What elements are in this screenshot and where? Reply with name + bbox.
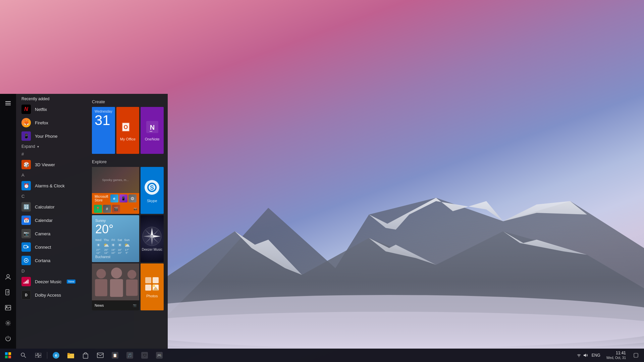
forecast-sun-low: 5° — [125, 251, 129, 254]
tile-onenote[interactable]: N OneNote — [141, 107, 164, 154]
tile-photos-label: Photos — [146, 294, 158, 298]
explore-row-2: Sunny 20° Wed ☀ 27° 12° — [92, 215, 164, 262]
svg-rect-75 — [634, 353, 638, 357]
sidebar-icon-user[interactable] — [1, 270, 15, 284]
news-bottom-bar: News 📷 — [92, 300, 139, 310]
app-list-panel: Recently added N Netflix 🦊 Firefox 📱 — [16, 94, 88, 349]
taskbar-unknown2[interactable]: 🎵 — [122, 349, 137, 362]
taskbar-task-view[interactable] — [31, 349, 46, 362]
store-film-icon: 🎬 — [112, 205, 120, 213]
create-tiles-row: Wednesday 31 O My Office — [92, 107, 164, 154]
store-icon-row: 📍 # 🎬 📷 — [92, 204, 139, 214]
svg-rect-66 — [38, 353, 41, 355]
forecast-sat: Sat ☀ 18° 10° — [117, 238, 122, 254]
sidebar-icon-documents[interactable] — [1, 286, 15, 299]
create-section: Create Wednesday 31 O — [92, 99, 164, 154]
app-item-dolby[interactable]: D Dolby Access — [16, 288, 88, 302]
calculator-icon: 🔢 — [21, 202, 31, 212]
svg-rect-62 — [8, 356, 11, 358]
alpha-c: C — [16, 192, 88, 200]
app-item-connect[interactable]: Connect — [16, 240, 88, 254]
alpha-a: A — [16, 171, 88, 179]
forecast-fri-high: 19° — [111, 248, 115, 251]
svg-rect-48 — [95, 279, 107, 296]
store-icon — [83, 352, 89, 359]
mail-icon — [97, 353, 104, 358]
expand-button[interactable]: Expand ▾ — [16, 143, 88, 150]
svg-rect-9 — [5, 101, 11, 102]
app-item-camera[interactable]: 📷 Camera — [16, 227, 88, 240]
app-item-calculator[interactable]: 🔢 Calculator — [16, 200, 88, 214]
store-edge-icon: e — [110, 194, 118, 202]
forecast-wed: Wed ☀ 27° 12° — [95, 238, 101, 254]
taskbar-unknown3[interactable]: 🛡 — [137, 349, 152, 362]
svg-rect-67 — [35, 356, 38, 358]
sidebar-icon-hamburger[interactable] — [1, 97, 15, 110]
taskbar-mail[interactable] — [93, 349, 108, 362]
store-banner-text: Spooky games, m... — [102, 178, 129, 182]
app-name-netflix: Netflix — [35, 107, 47, 112]
forecast-fri-day: Fri — [112, 238, 115, 242]
taskbar-unknown1[interactable]: 📋 — [108, 349, 122, 362]
deezer-badge: New — [67, 280, 75, 284]
tile-skype[interactable]: S Skype — [141, 167, 164, 214]
app-item-deezer[interactable]: Deezer Music New — [16, 275, 88, 288]
tray-volume-icon[interactable] — [583, 353, 588, 358]
svg-rect-54 — [153, 277, 159, 283]
forecast-thu-low: 12° — [104, 251, 108, 254]
store-label: Microsoft Store — [95, 195, 108, 202]
app-item-netflix[interactable]: N Netflix — [16, 103, 88, 116]
start-button[interactable] — [0, 349, 16, 362]
office-logo-svg: O — [120, 120, 135, 134]
taskbar-store[interactable] — [78, 349, 93, 362]
taskbar: e 📋 — [0, 349, 644, 362]
forecast-fri-low: 10° — [111, 251, 115, 254]
store-bottom: Microsoft Store e 📱 ⚙ — [92, 193, 139, 204]
app-item-firefox[interactable]: 🦊 Firefox — [16, 116, 88, 129]
svg-text:S: S — [150, 184, 154, 191]
explore-row-1: Spooky games, m... Microsoft Store e 📱 ⚙ — [92, 167, 164, 214]
taskbar-right: ENG 11:41 Wed, Oct, 31 — [574, 349, 644, 362]
app-item-alarms[interactable]: ⏰ Alarms & Clock — [16, 179, 88, 192]
tile-office[interactable]: O My Office — [116, 107, 140, 154]
alarms-icon: ⏰ — [21, 181, 31, 190]
app-name-calendar: Calendar — [35, 218, 53, 223]
store-banner-image: Spooky games, m... — [92, 167, 139, 193]
dolby-icon: D — [21, 290, 31, 300]
explore-header: Explore — [92, 159, 164, 164]
sidebar-icon-pictures[interactable] — [1, 301, 15, 314]
taskbar-language[interactable]: ENG — [590, 353, 602, 358]
app-item-3d-viewer[interactable]: 🎲 3D Viewer — [16, 158, 88, 171]
news-svg — [92, 263, 139, 301]
svg-rect-73 — [97, 353, 103, 358]
notification-icon — [634, 353, 638, 358]
sidebar-icon-power[interactable] — [1, 332, 15, 345]
app-name-your-phone: Your Phone — [35, 134, 57, 139]
alpha-hash: # — [16, 150, 88, 158]
clock-time: 11:41 — [606, 350, 626, 356]
forecast-sun-day: Sun — [124, 238, 129, 242]
tile-news[interactable]: News 📷 — [92, 263, 139, 310]
app-name-camera: Camera — [35, 231, 50, 236]
tray-network-icon[interactable] — [576, 353, 582, 358]
forecast-sun-icon: ⛅ — [124, 242, 130, 248]
app-item-your-phone[interactable]: 📱 Your Phone — [16, 129, 88, 143]
tile-deezer[interactable]: Deezer Music — [141, 215, 164, 262]
taskbar-edge[interactable]: e — [49, 349, 63, 362]
taskbar-search[interactable] — [16, 349, 31, 362]
taskbar-clock[interactable]: 11:41 Wed, Oct, 31 — [604, 350, 629, 361]
tile-calendar[interactable]: Wednesday 31 — [92, 107, 115, 154]
start-sidebar — [0, 94, 16, 349]
tile-weather[interactable]: Sunny 20° Wed ☀ 27° 12° — [92, 215, 139, 262]
svg-rect-32 — [150, 131, 152, 132]
app-item-cortana[interactable]: Cortana — [16, 254, 88, 267]
sidebar-icon-settings[interactable] — [1, 316, 15, 330]
svg-point-63 — [21, 353, 24, 356]
taskbar-explorer[interactable] — [63, 349, 78, 362]
app-item-calendar[interactable]: 📅 Calendar — [16, 214, 88, 227]
tile-store[interactable]: Spooky games, m... Microsoft Store e 📱 ⚙ — [92, 167, 139, 214]
mountain-background — [134, 181, 644, 349]
taskbar-unknown4[interactable]: 🎮 — [152, 349, 167, 362]
tile-photos[interactable]: Photos — [141, 263, 164, 310]
notification-center[interactable] — [631, 349, 641, 362]
